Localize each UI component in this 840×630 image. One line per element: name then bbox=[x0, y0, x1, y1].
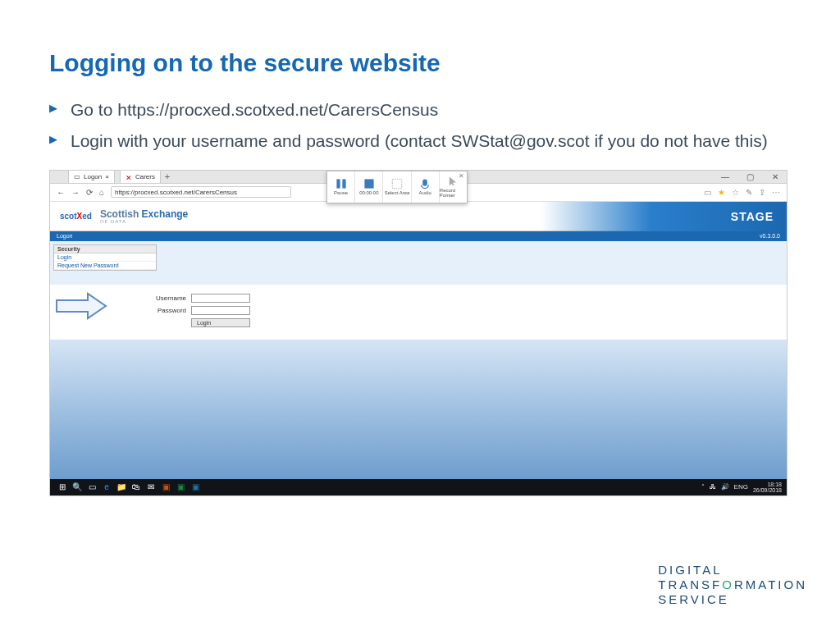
request-password-link[interactable]: Request New Password bbox=[54, 262, 156, 270]
maximize-icon[interactable]: ▢ bbox=[738, 172, 761, 181]
tab-label: Carers bbox=[135, 173, 155, 180]
search-icon[interactable]: 🔍 bbox=[70, 482, 84, 491]
start-icon[interactable]: ⊞ bbox=[55, 482, 70, 491]
home-icon[interactable]: ⌂ bbox=[99, 188, 104, 197]
panel-header: Security bbox=[54, 245, 156, 253]
explorer-icon[interactable]: 📁 bbox=[114, 482, 129, 491]
network-icon[interactable]: 🖧 bbox=[710, 483, 716, 491]
pause-icon bbox=[336, 178, 347, 189]
bullet-2: Login with your username and password (c… bbox=[49, 130, 791, 153]
site-x-icon: ✕ bbox=[126, 174, 132, 180]
favorites-hub-icon[interactable]: ☆ bbox=[732, 188, 739, 197]
tab-label: Logon bbox=[84, 173, 102, 180]
address-bar[interactable]: https://procxed.scotxed.net/CarersCensus bbox=[111, 186, 291, 198]
select-area-button[interactable]: Select Area bbox=[383, 171, 411, 203]
browser-tab-carers[interactable]: ✕ Carers bbox=[120, 170, 161, 183]
lang-indicator[interactable]: ENG bbox=[734, 483, 748, 491]
store-icon[interactable]: 🛍 bbox=[129, 482, 144, 491]
favorite-icon[interactable]: ★ bbox=[718, 188, 725, 197]
minimize-icon[interactable]: — bbox=[714, 172, 737, 181]
powerpoint-icon[interactable]: ▣ bbox=[158, 482, 173, 491]
username-input[interactable] bbox=[191, 294, 250, 303]
svg-rect-0 bbox=[336, 180, 340, 189]
rec-label: Select Area bbox=[385, 190, 410, 195]
taskview-icon[interactable]: ▭ bbox=[84, 482, 99, 491]
slide-title: Logging on to the secure website bbox=[49, 49, 791, 77]
notes-icon[interactable]: ✎ bbox=[746, 188, 752, 197]
svg-rect-1 bbox=[342, 180, 345, 189]
forward-icon[interactable]: → bbox=[71, 188, 80, 197]
mail-icon[interactable]: ✉ bbox=[144, 482, 158, 491]
page-icon: ▭ bbox=[74, 173, 80, 180]
password-label: Password bbox=[150, 307, 186, 314]
audio-button[interactable]: Audio bbox=[412, 171, 440, 203]
footer-logo: DIGITAL TRANSFORMATION SERVICE bbox=[658, 563, 807, 607]
app-title: Scottish Exchange OF DATA bbox=[100, 208, 188, 224]
excel-icon[interactable]: ▣ bbox=[173, 482, 188, 491]
back-icon[interactable]: ← bbox=[57, 188, 65, 197]
volume-icon[interactable]: 🔊 bbox=[721, 483, 729, 491]
subbar-left: Logon bbox=[57, 233, 72, 239]
stage-banner: STAGE bbox=[541, 202, 787, 231]
app-header: scotXed Scottish Exchange OF DATA STAGE bbox=[50, 202, 787, 231]
login-form: Username Password Login bbox=[150, 294, 250, 327]
app-logo: scotXed bbox=[60, 212, 92, 221]
rec-label: Audio bbox=[419, 190, 431, 195]
password-input[interactable] bbox=[191, 306, 250, 315]
close-window-icon[interactable]: ✕ bbox=[764, 172, 787, 181]
stop-button[interactable]: 00:00:00 bbox=[355, 171, 383, 203]
clock[interactable]: 18:18 26/09/2018 bbox=[753, 482, 782, 493]
username-label: Username bbox=[150, 294, 186, 302]
edge-icon[interactable]: e bbox=[99, 482, 114, 491]
rec-label: Record Pointer bbox=[440, 188, 467, 198]
browser-tab-logon[interactable]: ▭ Logon × bbox=[68, 170, 115, 183]
new-tab-button[interactable]: + bbox=[161, 171, 174, 181]
select-area-icon bbox=[391, 178, 403, 189]
close-icon[interactable]: × bbox=[105, 173, 109, 180]
reading-icon[interactable]: ▭ bbox=[704, 188, 711, 197]
svg-rect-3 bbox=[392, 180, 401, 189]
rec-label: Pause bbox=[334, 190, 348, 195]
more-icon[interactable]: ⋯ bbox=[772, 188, 780, 197]
recorder-toolbar: ✕ Pause 00:00:00 Select Area Audio Recor… bbox=[326, 171, 468, 203]
subbar-version: v0.3.0.0 bbox=[760, 233, 780, 239]
arrow-callout-icon bbox=[53, 292, 109, 320]
share-icon[interactable]: ⇪ bbox=[759, 188, 765, 197]
login-link[interactable]: Login bbox=[54, 253, 156, 262]
svg-rect-4 bbox=[422, 180, 427, 186]
rec-time: 00:00:00 bbox=[359, 190, 378, 195]
mic-icon bbox=[419, 178, 431, 189]
app-subbar: Logon v0.3.0.0 bbox=[50, 231, 787, 241]
bullet-1: Go to https://procxed.scotxed.net/Carers… bbox=[49, 98, 791, 121]
system-tray: ˄ 🖧 🔊 ENG 18:18 26/09/2018 bbox=[701, 482, 782, 493]
outlook-icon[interactable]: ▣ bbox=[188, 482, 203, 491]
refresh-icon[interactable]: ⟳ bbox=[86, 188, 93, 197]
windows-taskbar: ⊞ 🔍 ▭ e 📁 🛍 ✉ ▣ ▣ ▣ ˄ 🖧 🔊 ENG 18:18 26/0… bbox=[50, 479, 787, 495]
login-button[interactable]: Login bbox=[191, 318, 250, 327]
pause-button[interactable]: Pause bbox=[327, 171, 355, 203]
svg-rect-2 bbox=[364, 180, 373, 189]
close-icon[interactable]: ✕ bbox=[459, 172, 464, 180]
pointer-icon bbox=[447, 176, 459, 187]
window-controls: — ▢ ✕ bbox=[714, 172, 787, 181]
security-panel: Security Login Request New Password bbox=[53, 244, 157, 271]
app-body: Security Login Request New Password User… bbox=[50, 241, 787, 481]
tray-up-icon[interactable]: ˄ bbox=[701, 483, 705, 491]
stop-icon bbox=[363, 178, 375, 189]
screenshot: ▭ Logon × ✕ Carers + — ▢ ✕ ← → ⟳ ⌂ https… bbox=[49, 170, 788, 496]
